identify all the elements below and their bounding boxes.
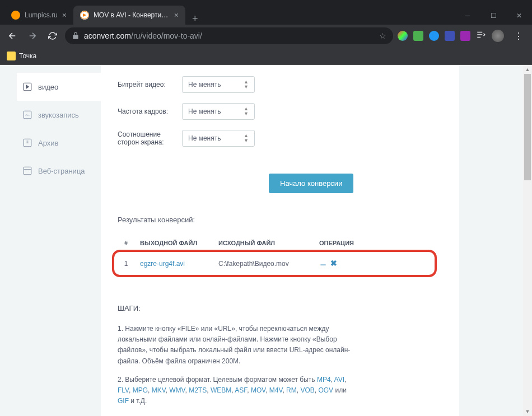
format-link[interactable]: MKV: [152, 386, 166, 394]
svg-rect-9: [24, 167, 31, 175]
framerate-select[interactable]: Не менять ▲▼: [182, 103, 255, 120]
extension-icon[interactable]: [413, 31, 423, 41]
star-icon[interactable]: ☆: [379, 31, 386, 40]
close-icon[interactable]: ×: [62, 11, 67, 20]
address-bar[interactable]: aconvert.com/ru/video/mov-to-avi/ ☆: [65, 27, 393, 44]
tab-strip: Lumpics.ru × MOV в AVI - Конвертировать …: [0, 4, 532, 25]
menu-button[interactable]: ⋮: [510, 31, 528, 41]
tab-lumpics[interactable]: Lumpics.ru ×: [4, 6, 73, 25]
delete-icon[interactable]: ✖: [330, 259, 337, 268]
format-link[interactable]: MOV: [251, 386, 265, 394]
download-icon[interactable]: [319, 259, 327, 268]
aspect-label: Соотношение сторон экрана:: [118, 130, 182, 146]
webpage-icon: [22, 166, 32, 176]
audio-icon: [22, 110, 32, 120]
row-num: 1: [118, 260, 134, 268]
browser-toolbar: aconvert.com/ru/video/mov-to-avi/ ☆ ⋮: [0, 25, 532, 47]
bookmark-label: Точка: [19, 52, 36, 60]
close-window-button[interactable]: ✕: [506, 7, 532, 25]
tab-aconvert[interactable]: MOV в AVI - Конвертировать в… ×: [73, 6, 185, 25]
minimize-button[interactable]: ─: [455, 7, 480, 25]
video-icon: [22, 82, 32, 92]
chevron-updown-icon: ▲▼: [244, 133, 249, 143]
extension-icon[interactable]: [460, 31, 470, 41]
chevron-updown-icon: ▲▼: [244, 80, 249, 90]
scroll-thumb[interactable]: [524, 74, 531, 180]
sidebar-item-label: звукозапись: [38, 111, 79, 119]
reading-list-icon[interactable]: [476, 30, 486, 42]
format-link[interactable]: OGV: [318, 386, 333, 394]
table-row: 1 egzre-urg4f.avi C:\fakepath\Видео.mov …: [118, 251, 442, 276]
scroll-up-icon[interactable]: ▲: [523, 65, 532, 74]
maximize-button[interactable]: ☐: [480, 7, 506, 25]
main-content: Битрейт видео: Не менять ▲▼ Частота кадр…: [101, 65, 459, 416]
col-header-source: ИСХОДНЫЙ ФАЙЛ: [218, 240, 319, 246]
sidebar-item-label: Веб-страница: [38, 167, 85, 175]
favicon-icon: [11, 11, 20, 20]
format-link[interactable]: WEBM: [211, 386, 231, 394]
source-file: C:\fakepath\Видео.mov: [218, 260, 319, 268]
folder-icon: [7, 52, 16, 60]
reload-button[interactable]: [45, 28, 60, 44]
extension-icon[interactable]: [398, 31, 408, 41]
format-link[interactable]: FLV: [118, 386, 129, 394]
close-icon[interactable]: ×: [174, 11, 179, 20]
url-text: aconvert.com/ru/video/mov-to-avi/: [84, 31, 375, 40]
format-link[interactable]: M4V: [269, 386, 283, 394]
scrollbar[interactable]: ▲ ▼: [523, 65, 532, 416]
steps-title: ШАГИ:: [118, 304, 442, 312]
col-header-num: #: [118, 240, 134, 246]
col-header-output: ВЫХОДНОЙ ФАЙЛ: [134, 240, 218, 246]
tab-title: Lumpics.ru: [25, 11, 58, 19]
favicon-icon: [80, 11, 89, 20]
format-link[interactable]: AVI: [334, 376, 344, 384]
sidebar-item-archive[interactable]: Архив: [17, 129, 101, 157]
output-file-link[interactable]: egzre-urg4f.avi: [140, 260, 185, 268]
sidebar-item-label: Архив: [38, 139, 58, 147]
new-tab-button[interactable]: +: [185, 13, 205, 25]
framerate-label: Частота кадров:: [118, 107, 182, 115]
extension-icon[interactable]: [445, 31, 455, 41]
extension-icon[interactable]: [429, 31, 439, 41]
back-button[interactable]: [4, 28, 20, 44]
lock-icon: [72, 32, 80, 40]
format-link[interactable]: WMV: [169, 386, 185, 394]
sidebar-item-webpage[interactable]: Веб-страница: [17, 157, 101, 185]
format-link[interactable]: MPG: [133, 386, 148, 394]
bookmark-item[interactable]: Точка: [7, 52, 36, 60]
format-link[interactable]: MP4: [317, 376, 331, 384]
col-header-operation: ОПЕРАЦИЯ: [319, 240, 364, 246]
aspect-select[interactable]: Не менять ▲▼: [182, 130, 255, 147]
results-table: # ВЫХОДНОЙ ФАЙЛ ИСХОДНЫЙ ФАЙЛ ОПЕРАЦИЯ 1…: [118, 235, 442, 276]
sidebar-item-audio[interactable]: звукозапись: [17, 101, 101, 129]
convert-button[interactable]: Начало конверсии: [269, 174, 353, 193]
format-link[interactable]: ASF: [235, 386, 247, 394]
format-link[interactable]: RM: [286, 386, 297, 394]
step-1: 1. Нажмите кнопку «FILE» или «URL», чтоб…: [118, 324, 358, 367]
bitrate-select[interactable]: Не менять ▲▼: [182, 76, 255, 93]
sidebar: видео звукозапись Архив Веб-страница: [17, 65, 101, 416]
bitrate-label: Битрейт видео:: [118, 81, 182, 88]
format-link[interactable]: VOB: [300, 386, 314, 394]
scroll-down-icon[interactable]: ▼: [523, 407, 532, 416]
forward-button[interactable]: [25, 28, 40, 44]
step-2: 2. Выберите целевой формат. Целевым форм…: [118, 375, 358, 407]
chevron-updown-icon: ▲▼: [244, 106, 249, 116]
sidebar-item-video[interactable]: видео: [17, 73, 101, 101]
format-link[interactable]: M2TS: [189, 386, 207, 394]
extensions: ⋮: [398, 30, 528, 42]
results-title: Результаты конверсий:: [118, 216, 442, 224]
bookmarks-bar: Точка: [0, 47, 532, 65]
profile-avatar[interactable]: [492, 30, 504, 42]
archive-icon: [22, 138, 32, 148]
format-link[interactable]: GIF: [118, 397, 129, 405]
tab-title: MOV в AVI - Конвертировать в…: [94, 11, 170, 19]
sidebar-item-label: видео: [38, 83, 58, 91]
